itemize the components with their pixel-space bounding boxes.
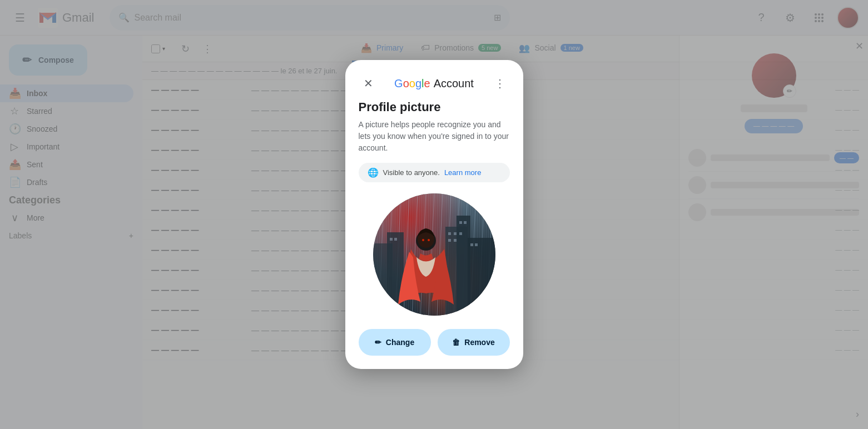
remove-icon: 🗑 [452, 338, 460, 347]
visibility-icon: 🌐 [368, 167, 379, 178]
modal-header: ✕ Google Account ⋮ [359, 73, 510, 93]
modal-close-button[interactable]: ✕ [359, 73, 379, 93]
change-label: Change [386, 338, 414, 347]
svg-rect-36 [470, 243, 473, 246]
svg-rect-34 [459, 221, 462, 224]
svg-point-42 [422, 239, 424, 241]
svg-rect-39 [394, 238, 397, 241]
remove-label: Remove [464, 338, 494, 347]
profile-picture-inner [373, 193, 495, 316]
change-photo-button[interactable]: ✏ Change [359, 329, 431, 356]
remove-photo-button[interactable]: 🗑 Remove [438, 329, 510, 356]
more-options-icon: ⋮ [494, 77, 505, 90]
svg-rect-31 [459, 232, 462, 235]
google-brand-text: Google [394, 77, 430, 90]
modal-more-button[interactable]: ⋮ [490, 73, 510, 93]
change-icon: ✏ [375, 338, 381, 347]
account-text: Account [434, 77, 474, 90]
visibility-text: Visible to anyone. [383, 168, 440, 177]
modal-section-title: Profile picture [359, 100, 510, 114]
svg-point-43 [428, 239, 430, 241]
svg-rect-28 [387, 232, 404, 316]
svg-rect-26 [468, 238, 495, 316]
profile-picture-modal: ✕ Google Account ⋮ Profile picture A pic… [345, 60, 523, 369]
svg-rect-33 [454, 239, 457, 242]
profile-picture-display [373, 193, 495, 316]
svg-rect-32 [448, 239, 451, 242]
learn-more-link[interactable]: Learn more [444, 168, 481, 177]
visibility-badge: 🌐 Visible to anyone. Learn more [359, 163, 510, 182]
svg-rect-30 [454, 232, 457, 235]
close-icon: ✕ [364, 77, 373, 90]
modal-description: A picture helps people recognize you and… [359, 119, 510, 154]
svg-rect-38 [390, 238, 393, 241]
svg-rect-37 [475, 243, 478, 246]
svg-rect-35 [464, 221, 467, 224]
svg-rect-29 [448, 232, 451, 235]
modal-title-group: Google Account [394, 77, 474, 90]
modal-actions: ✏ Change 🗑 Remove [359, 329, 510, 356]
